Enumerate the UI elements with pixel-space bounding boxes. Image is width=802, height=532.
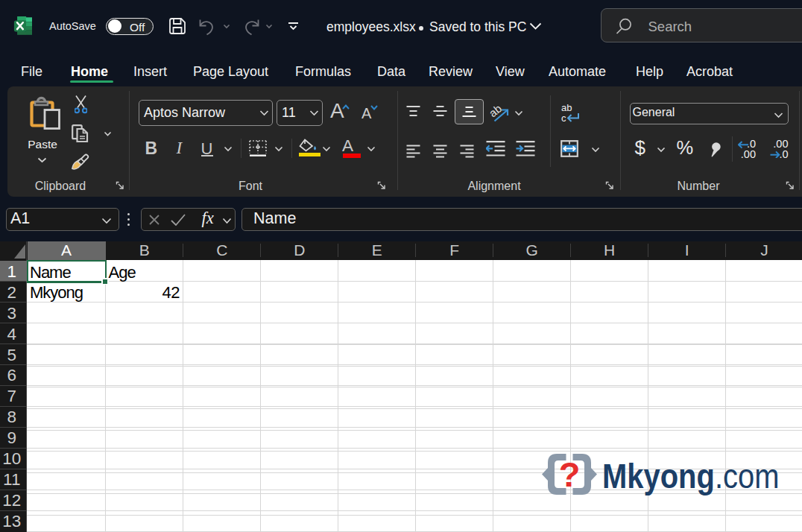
svg-text:c: c xyxy=(561,113,566,123)
svg-text:?: ? xyxy=(559,455,581,494)
svg-text:.0: .0 xyxy=(779,148,788,159)
svg-text:.00: .00 xyxy=(741,148,756,159)
svg-text:ab: ab xyxy=(561,103,572,113)
